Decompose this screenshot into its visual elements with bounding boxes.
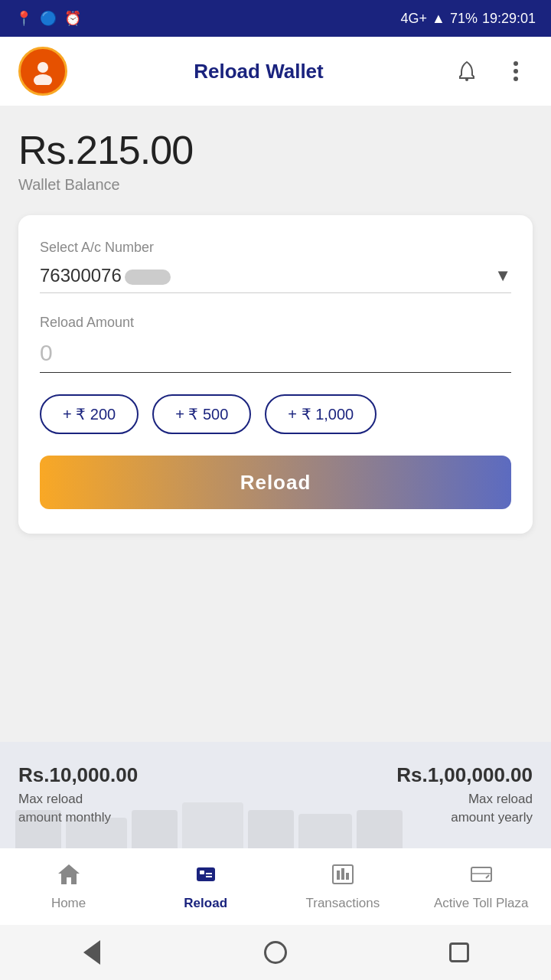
account-select[interactable]: 76300076 ▼ xyxy=(40,265,511,293)
time-label: 19:29:01 xyxy=(482,11,536,27)
system-nav xyxy=(0,925,551,980)
transactions-icon xyxy=(331,863,355,891)
quick-amount-1000[interactable]: + ₹ 1,000 xyxy=(265,394,377,434)
toll-plaza-icon xyxy=(469,863,494,891)
wallet-balance-amount: Rs.215.00 xyxy=(18,127,533,173)
amount-field-label: Reload Amount xyxy=(40,315,511,331)
location-icon: 📍 xyxy=(15,10,32,27)
battery-label: 71% xyxy=(450,11,478,27)
nav-transactions-label: Transactions xyxy=(305,896,380,911)
reload-nav-icon xyxy=(194,863,218,891)
page-title: Reload Wallet xyxy=(194,60,324,83)
amount-input[interactable] xyxy=(40,340,511,366)
notification-button[interactable] xyxy=(450,54,484,88)
reload-button[interactable]: Reload xyxy=(40,456,511,509)
limits-section: Rs.10,000.00 Max reloadamount monthly Rs… xyxy=(0,742,551,848)
status-left: 📍 🔵 ⏰ xyxy=(15,10,81,27)
network-label: 4G+ xyxy=(401,11,428,27)
yearly-limit-amount: Rs.1,00,000.00 xyxy=(396,763,533,787)
reload-card: Select A/c Number 76300076 ▼ Reload Amou… xyxy=(18,215,533,534)
svg-point-1 xyxy=(34,74,52,85)
quick-amount-500[interactable]: + ₹ 500 xyxy=(152,394,251,434)
app-bar-actions xyxy=(450,54,533,88)
quick-amounts: + ₹ 200 + ₹ 500 + ₹ 1,000 xyxy=(40,394,511,434)
monthly-limit-amount: Rs.10,000.00 xyxy=(18,763,138,787)
nav-reload-label: Reload xyxy=(184,896,227,911)
avatar[interactable] xyxy=(18,47,67,96)
svg-rect-13 xyxy=(346,873,349,880)
account-field-label: Select A/c Number xyxy=(40,240,511,256)
svg-rect-14 xyxy=(471,867,491,881)
recents-button[interactable] xyxy=(444,937,474,968)
svg-rect-12 xyxy=(341,868,344,880)
account-value: 76300076 xyxy=(40,265,494,286)
nav-home-label: Home xyxy=(51,896,86,911)
nav-toll-plaza-label: Active Toll Plaza xyxy=(434,896,528,911)
nav-reload[interactable]: Reload xyxy=(160,863,252,911)
svg-rect-11 xyxy=(337,871,340,880)
svg-point-2 xyxy=(465,78,468,81)
masked-value xyxy=(125,270,171,285)
bluetooth-icon: 🔵 xyxy=(40,10,57,27)
nav-home[interactable]: Home xyxy=(23,863,115,911)
main-content: Rs.215.00 Wallet Balance Select A/c Numb… xyxy=(0,106,551,742)
wallet-balance-label: Wallet Balance xyxy=(18,176,533,194)
svg-point-5 xyxy=(514,77,518,81)
amount-input-wrapper xyxy=(40,340,511,373)
home-icon xyxy=(57,863,81,891)
home-button[interactable] xyxy=(260,937,291,968)
svg-rect-7 xyxy=(200,871,204,874)
status-right: 4G+ ▲ 71% 19:29:01 xyxy=(401,11,536,27)
signal-icon: ▲ xyxy=(432,11,445,27)
bottom-nav: Home Reload Transactions xyxy=(0,848,551,925)
svg-point-4 xyxy=(514,69,518,74)
alarm-icon: ⏰ xyxy=(64,10,81,27)
quick-amount-200[interactable]: + ₹ 200 xyxy=(40,394,139,434)
chevron-down-icon: ▼ xyxy=(494,266,511,286)
limits-background xyxy=(0,787,551,848)
nav-transactions[interactable]: Transactions xyxy=(297,863,389,911)
status-bar: 📍 🔵 ⏰ 4G+ ▲ 71% 19:29:01 xyxy=(0,0,551,37)
back-button[interactable] xyxy=(77,937,107,968)
svg-point-3 xyxy=(514,61,518,66)
svg-point-0 xyxy=(37,62,48,73)
more-menu-button[interactable] xyxy=(499,54,533,88)
nav-active-toll-plaza[interactable]: Active Toll Plaza xyxy=(434,863,528,911)
app-bar: Reload Wallet xyxy=(0,37,551,106)
